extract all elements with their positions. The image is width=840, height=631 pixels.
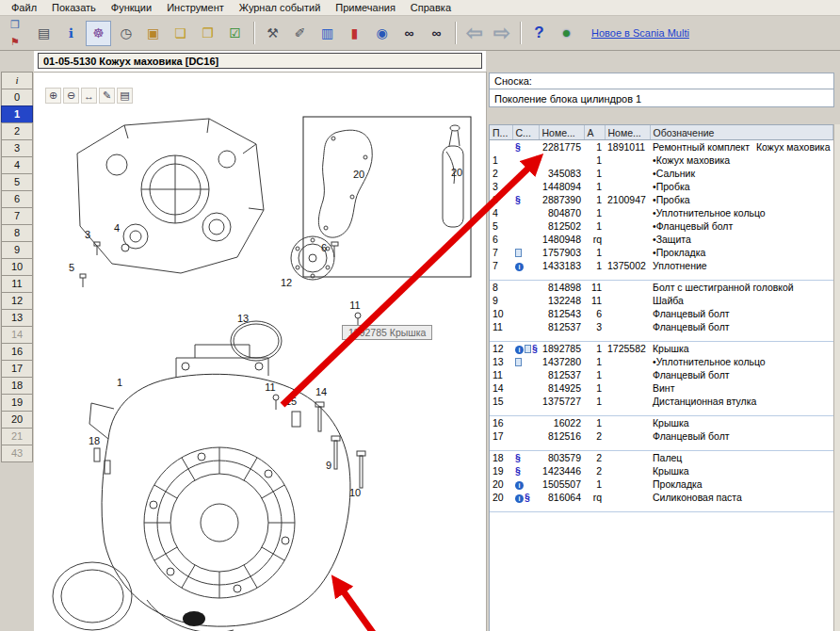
menu-item[interactable]: Файл (4, 1, 44, 14)
part-row[interactable]: §228177511891011Ремонтный комплектКожух … (490, 140, 833, 154)
menu-item[interactable]: Показать (44, 1, 104, 14)
sidebar-item-14[interactable]: 14 (1, 326, 33, 344)
pencil-icon[interactable]: ✎ (99, 88, 115, 104)
part-row[interactable]: 20i15055071Прокладка (490, 477, 833, 491)
diagram-callout[interactable]: 1 (117, 377, 122, 388)
pan-icon[interactable]: ↔ (81, 88, 97, 104)
part-row[interactable]: 913224811Шайба (490, 294, 833, 307)
part-row[interactable]: 1513757271Дистанционная втулка (490, 395, 833, 408)
part-row[interactable]: 717579031•Прокладка (490, 246, 833, 259)
diagram-callout[interactable]: 11 (265, 381, 275, 393)
package-icon[interactable]: ▣ (140, 21, 166, 46)
part-row[interactable]: 16160221Крышка (490, 416, 833, 430)
part-row[interactable]: 1314372801•Уплотнительное кольцо (490, 355, 833, 368)
binoculars-icon[interactable]: ∞ (396, 21, 422, 46)
diagram-callout[interactable]: 13 (237, 313, 249, 324)
help-icon[interactable]: ? (526, 21, 552, 46)
diagram-callout[interactable]: 20 (353, 169, 364, 180)
menu-item[interactable]: Справка (403, 1, 459, 14)
stopwatch-icon[interactable]: ◷ (113, 21, 138, 46)
print-icon[interactable]: ▤ (31, 21, 57, 46)
sidebar-item-43[interactable]: 43 (1, 445, 33, 462)
scania-multi-link[interactable]: Новое в Scania Multi (591, 27, 689, 39)
forward-icon[interactable]: ⇨ (489, 21, 514, 46)
part-row[interactable]: 19§14234462Крышка (490, 464, 833, 477)
folder-check-icon[interactable]: ☑ (222, 21, 248, 46)
part-row[interactable]: 23450831•Сальник (490, 167, 833, 180)
diagram-callout[interactable]: 12 (281, 277, 292, 288)
zoom-out-icon[interactable]: ⊖ (63, 88, 79, 104)
diagram-callout[interactable]: 18 (89, 435, 100, 446)
part-row[interactable]: 20i§816064rqСиликоновая паста (490, 491, 833, 504)
part-row[interactable]: 118125371Фланцевый болт (490, 368, 833, 381)
diagram-callout[interactable]: 5 (69, 262, 74, 273)
diagram-callout[interactable]: 10 (349, 487, 361, 498)
part-row[interactable]: 148149251Винт (490, 381, 833, 395)
save-icon[interactable]: ❏ (168, 21, 193, 46)
diagram-callout[interactable]: 14 (315, 386, 327, 397)
part-row[interactable]: 48048701•Уплотнительное кольцо (490, 206, 833, 219)
sidebar-item-12[interactable]: 12 (1, 292, 33, 310)
sidebar-item-4[interactable]: 4 (1, 156, 33, 174)
panel-scrollbar[interactable] (833, 124, 840, 631)
sidebar-item-19[interactable]: 19 (1, 394, 33, 412)
diagram-area[interactable]: ⊕⊖↔✎▤ 1892785 Крышка 3452020612131111151… (34, 72, 487, 631)
oil-can-icon[interactable]: ◉ (369, 21, 395, 46)
part-row[interactable]: 12i§189278511725582Крышка (490, 342, 833, 356)
sidebar-item-1[interactable]: 1 (1, 105, 33, 123)
parts-catalog-icon[interactable]: ☸ (86, 21, 111, 46)
sidebar-item-10[interactable]: 10 (1, 258, 33, 276)
sidebar-item-17[interactable]: 17 (1, 360, 33, 378)
sidebar-item-2[interactable]: 2 (1, 122, 33, 140)
print-small-icon[interactable]: ▤ (117, 88, 133, 104)
part-row[interactable]: 11•Кожух маховика (490, 154, 833, 167)
part-row[interactable]: 881489811Болт с шестигранной головкой (490, 281, 833, 295)
keys-icon[interactable]: ⚑ (6, 33, 24, 50)
part-row[interactable]: 61480948rq•Защита (490, 233, 833, 246)
sidebar-item-7[interactable]: 7 (1, 207, 33, 225)
part-row[interactable]: 314480941•Пробка (490, 180, 833, 193)
zoom-in-icon[interactable]: ⊕ (45, 88, 61, 104)
sidebar-item-6[interactable]: 6 (1, 190, 33, 208)
diagram-callout[interactable]: 11 (349, 299, 360, 311)
sidebar-item-3[interactable]: 3 (1, 139, 33, 157)
diagram-callout[interactable]: 9 (326, 460, 331, 471)
sidebar-item-5[interactable]: 5 (1, 173, 33, 191)
diagram-callout[interactable]: 4 (114, 222, 120, 234)
part-row[interactable]: 7i143318311375002Уплотнение (490, 259, 833, 272)
sidebar-item-8[interactable]: 8 (1, 224, 33, 242)
clipboard-icon[interactable]: ❒ (6, 16, 24, 33)
menu-item[interactable]: Примечания (328, 1, 403, 14)
measure-icon[interactable]: ✐ (287, 21, 313, 46)
diagram-callout[interactable]: 6 (321, 242, 327, 253)
diagram-callout[interactable]: 20 (451, 167, 462, 178)
wrench-icon[interactable]: ⚒ (260, 21, 285, 46)
thermometer-icon[interactable]: ▮ (342, 21, 367, 46)
sidebar-item-21[interactable]: 21 (1, 428, 33, 445)
diagram-callout[interactable]: 3 (85, 229, 90, 240)
globe-icon[interactable]: ● (554, 21, 579, 46)
diagram-callout[interactable]: 15 (285, 396, 297, 407)
menu-item[interactable]: Инструмент (159, 1, 232, 14)
sidebar-item-18[interactable]: 18 (1, 377, 33, 395)
part-row[interactable]: 18§8035792Палец (490, 451, 833, 465)
back-icon[interactable]: ⇦ (461, 21, 487, 46)
info-icon[interactable]: ℹ (58, 21, 84, 46)
document-info-icon[interactable]: ▥ (315, 21, 340, 46)
sidebar-item-20[interactable]: 20 (1, 411, 33, 429)
sidebar-item-11[interactable]: 11 (1, 275, 33, 293)
sidebar-item-0[interactable]: 0 (1, 89, 33, 106)
part-row[interactable]: 58125021•Фланцевый болт (490, 219, 833, 233)
part-row[interactable]: 118125373Фланцевый болт (490, 320, 833, 333)
part-row[interactable]: 108125436Фланцевый болт (490, 307, 833, 320)
sidebar-item-9[interactable]: 9 (1, 241, 33, 259)
binoculars-search-icon[interactable]: ∞ (424, 21, 449, 46)
menu-item[interactable]: Журнал событий (232, 1, 328, 14)
part-row[interactable]: 178125162Фланцевый болт (490, 429, 833, 443)
sidebar-item-16[interactable]: 16 (1, 343, 33, 361)
sidebar-item-i[interactable]: i (1, 72, 33, 89)
sidebar-item-13[interactable]: 13 (1, 309, 33, 327)
part-row[interactable]: 3§288739012100947•Пробка (490, 193, 833, 206)
folder-edit-icon[interactable]: ❐ (195, 21, 220, 46)
menu-item[interactable]: Функции (104, 1, 159, 14)
